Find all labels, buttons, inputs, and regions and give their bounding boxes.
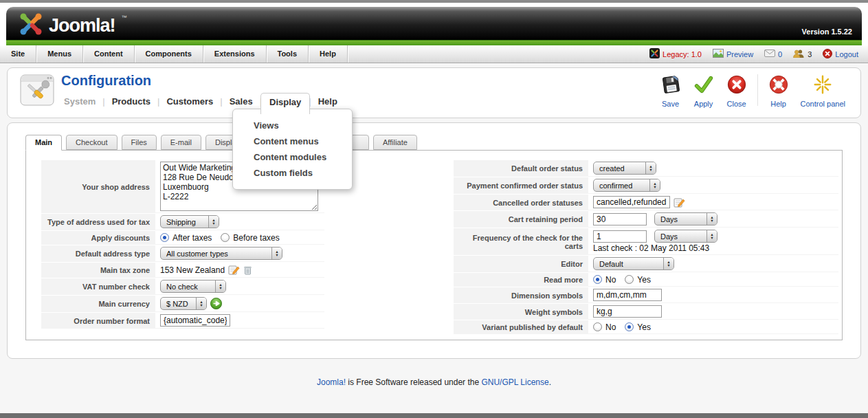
control-panel-icon [812, 74, 833, 98]
editor-select[interactable]: Default [593, 257, 674, 270]
users-icon [793, 50, 805, 59]
close-icon [726, 74, 747, 98]
display-dropdown-menu: Views Content menus Content modules Cust… [232, 109, 353, 190]
logout-link[interactable]: Logout [823, 49, 858, 60]
tab-affiliate[interactable]: Affiliate [373, 135, 417, 150]
browser-chrome-strip [0, 0, 868, 3]
variant-published-label: Variant published by default [454, 320, 588, 334]
select-stepper-icon [645, 162, 656, 174]
logout-icon [823, 49, 832, 60]
dropdown-item-content-modules[interactable]: Content modules [233, 149, 352, 165]
messages-link[interactable]: 0 [764, 50, 782, 58]
page-title: Configuration [61, 73, 151, 89]
vat-check-select[interactable]: No check [160, 280, 226, 293]
payment-status-label: Payment confirmed order status [454, 177, 588, 194]
cart-period-label: Cart retaining period [454, 211, 588, 228]
cancelled-statuses-input[interactable] [593, 196, 670, 208]
subnav-customers[interactable]: Customers [165, 93, 214, 110]
edit-cancelled-statuses-icon[interactable] [674, 197, 685, 208]
cart-period-input[interactable] [593, 213, 647, 226]
default-address-select[interactable]: All customer types [160, 247, 282, 260]
tax-address-select[interactable]: Shipping [160, 215, 219, 228]
footer-period: . [549, 377, 551, 387]
menu-menus[interactable]: Menus [36, 45, 83, 63]
select-stepper-icon [215, 280, 225, 292]
apply-button[interactable]: Apply [687, 74, 720, 108]
cart-check-frequency-row: Frequency of the check for the carts Day… [454, 228, 838, 255]
before-taxes-radio[interactable] [221, 233, 230, 242]
default-address-row: Default address type All customer types [41, 245, 324, 262]
delete-tax-zone-icon[interactable] [243, 265, 252, 275]
help-button[interactable]: Help [762, 74, 795, 108]
after-taxes-radio[interactable] [160, 233, 169, 242]
logout-label: Logout [835, 50, 858, 58]
menu-site[interactable]: Site [0, 45, 36, 63]
legacy-label: Legacy: 1.0 [663, 50, 702, 58]
vat-check-label: VAT number check [41, 278, 155, 295]
joomla-footer-link[interactable]: Joomla! [317, 377, 346, 387]
dropdown-item-views[interactable]: Views [233, 118, 352, 133]
configuration-icon [20, 74, 54, 109]
menu-help[interactable]: Help [309, 45, 348, 63]
frequency-unit-select[interactable]: Days [654, 230, 717, 243]
subnav-products[interactable]: Products [111, 93, 152, 110]
menu-extensions[interactable]: Extensions [203, 45, 267, 63]
subnav-display-open[interactable]: Display [260, 93, 310, 114]
payment-status-row: Payment confirmed order status confirmed [454, 177, 838, 194]
tab-email[interactable]: E-mail [161, 135, 201, 150]
select-stepper-icon [649, 179, 660, 191]
subnav-sales[interactable]: Sales [228, 93, 254, 110]
gnu-gpl-link[interactable]: GNU/GPL License [481, 377, 548, 387]
content-area: Configuration System | Products | Custom… [0, 63, 868, 413]
main-tab-pane: Your shop address Out Wide Marketing 128… [25, 150, 843, 340]
dropdown-item-content-menus[interactable]: Content menus [233, 133, 352, 149]
control-panel-button[interactable]: Control panel [795, 74, 851, 108]
select-stepper-icon [706, 230, 717, 242]
preview-icon [713, 49, 724, 59]
tab-checkout[interactable]: Checkout [66, 135, 117, 150]
preview-link[interactable]: Preview [713, 49, 753, 59]
edit-tax-zone-icon[interactable] [228, 264, 240, 276]
save-button[interactable]: Save [654, 74, 687, 108]
select-stepper-icon [196, 298, 206, 309]
logged-in-users[interactable]: 3 [793, 50, 812, 59]
save-icon [660, 74, 681, 98]
weight-symbols-input[interactable] [593, 305, 662, 318]
go-currency-icon[interactable] [210, 298, 222, 309]
weight-symbols-row: Weight symbols [454, 304, 838, 320]
menu-content[interactable]: Content [83, 45, 135, 63]
frequency-input[interactable] [593, 230, 647, 243]
control-panel-label: Control panel [801, 100, 845, 108]
apply-discounts-row: Apply discounts After taxes Before taxes [41, 231, 324, 245]
subnav-separator: | [214, 93, 227, 110]
apply-check-icon [693, 74, 714, 98]
close-button[interactable]: Close [720, 74, 753, 108]
dropdown-item-custom-fields[interactable]: Custom fields [233, 165, 352, 181]
user-count: 3 [808, 50, 812, 58]
order-status-row: Default order status created [454, 160, 838, 177]
config-tabs: Main Checkout Files E-mail Display P Aff… [8, 123, 860, 150]
help-lifebuoy-icon [768, 74, 789, 98]
menu-components[interactable]: Components [135, 45, 203, 63]
subnav-help[interactable]: Help [317, 93, 339, 110]
tab-files[interactable]: Files [122, 135, 157, 150]
select-stepper-icon [208, 216, 219, 228]
variant-yes-radio[interactable] [625, 322, 634, 331]
dimension-symbols-input[interactable] [593, 289, 662, 301]
tab-main[interactable]: Main [25, 135, 62, 151]
select-stepper-icon [271, 248, 282, 259]
read-more-no-radio[interactable] [593, 275, 602, 284]
main-currency-select[interactable]: $ NZD [160, 297, 207, 310]
order-format-input[interactable] [160, 314, 230, 327]
menu-tools[interactable]: Tools [267, 45, 309, 63]
weight-symbols-label: Weight symbols [454, 304, 588, 320]
subnav-separator: | [152, 93, 165, 110]
read-more-yes-radio[interactable] [625, 275, 634, 284]
green-accent-bar [6, 40, 862, 45]
vat-check-row: VAT number check No check [41, 278, 324, 295]
cart-period-unit-select[interactable]: Days [654, 212, 717, 226]
select-stepper-icon [663, 258, 674, 270]
variant-no-radio[interactable] [593, 322, 602, 331]
payment-status-select[interactable]: confirmed [593, 179, 660, 192]
order-status-select[interactable]: created [593, 162, 656, 175]
